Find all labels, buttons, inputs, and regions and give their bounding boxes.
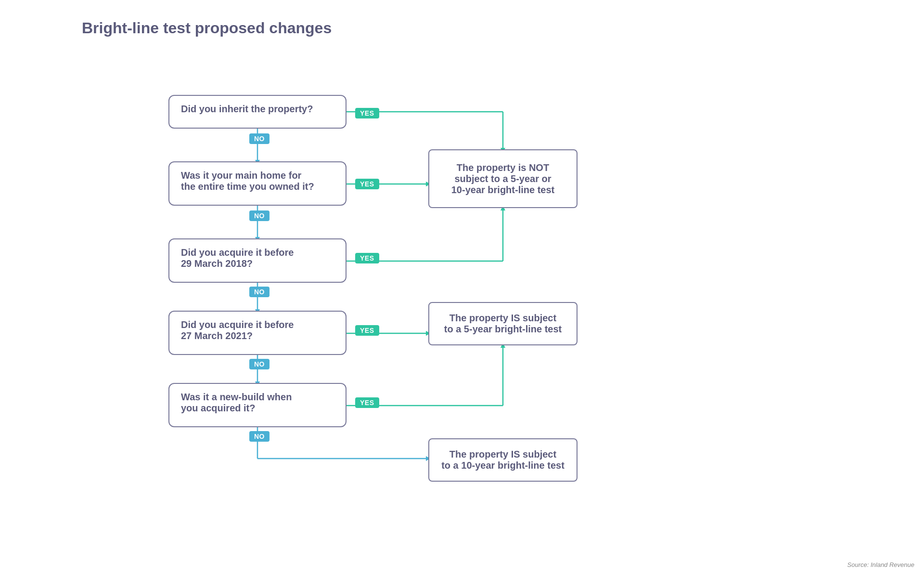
diagram-container: Bright-line test proposed changes (77, 19, 654, 577)
badge-yes-1: YES (355, 108, 379, 118)
badge-no-3: NO (249, 287, 270, 297)
question-4: Did you acquire it before27 March 2021? (168, 311, 346, 355)
question-3: Did you acquire it before29 March 2018? (168, 238, 346, 283)
badge-no-5: NO (249, 431, 270, 442)
badge-yes-2: YES (355, 179, 379, 189)
result-2: The property IS subjectto a 5-year brigh… (428, 302, 578, 345)
page-title: Bright-line test proposed changes (77, 19, 654, 37)
badge-no-2: NO (249, 210, 270, 221)
flowchart: Did you inherit the property? YES NO Was… (77, 56, 606, 577)
source-label: Source: Inland Revenue (847, 561, 914, 568)
badge-yes-3: YES (355, 253, 379, 263)
question-5: Was it a new-build whenyou acquired it? (168, 383, 346, 427)
badge-yes-4: YES (355, 325, 379, 336)
question-2: Was it your main home forthe entire time… (168, 161, 346, 206)
badge-yes-5: YES (355, 397, 379, 408)
question-1: Did you inherit the property? (168, 95, 346, 129)
result-3: The property IS subjectto a 10-year brig… (428, 438, 578, 482)
badge-no-1: NO (249, 133, 270, 144)
badge-no-4: NO (249, 359, 270, 369)
result-1: The property is NOTsubject to a 5-year o… (428, 149, 578, 208)
